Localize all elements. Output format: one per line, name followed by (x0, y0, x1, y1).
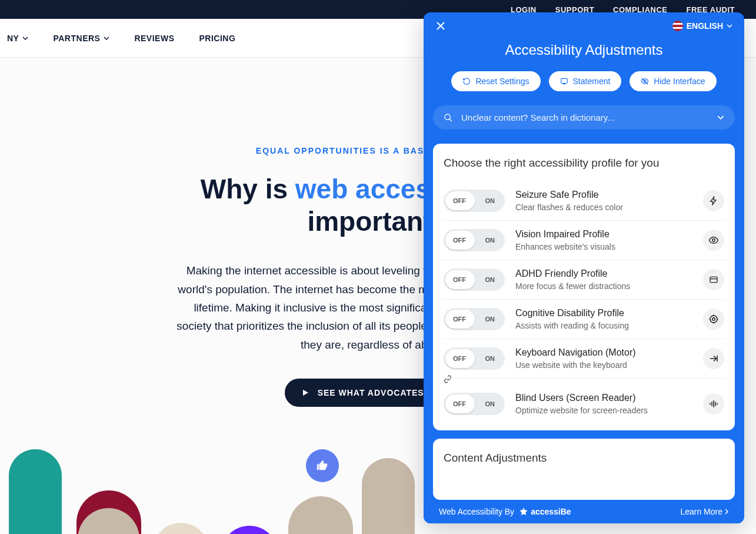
hide-interface-button[interactable]: Hide Interface (630, 71, 716, 91)
advocate-photo (288, 496, 353, 534)
search-icon (444, 113, 453, 122)
nav-item-reviews[interactable]: REVIEWS (134, 34, 174, 43)
language-selector[interactable]: ENGLISH (672, 21, 732, 31)
thumbs-up-icon (306, 449, 339, 482)
profile-keyboard: OFFON Keyboard Navigation (Motor) Use we… (442, 339, 725, 379)
nav-item-label: NY (7, 34, 19, 43)
bolt-icon (703, 190, 724, 211)
profile-desc: More focus & fewer distractions (515, 281, 692, 291)
chevron-down-icon (22, 37, 28, 40)
audio-icon (703, 393, 724, 414)
profile-desc: Optimize website for screen-readers (515, 406, 692, 415)
profile-vision-impaired: OFFON Vision Impaired Profile Enhances w… (442, 221, 725, 260)
profiles-card: Choose the right accessibility profile f… (433, 144, 735, 430)
profile-desc: Clear flashes & reduces color (515, 203, 692, 212)
widget-title: Accessibility Adjustments (424, 34, 744, 71)
profile-toggle[interactable]: OFFON (444, 268, 505, 291)
profile-title: Keyboard Navigation (Motor) (515, 347, 692, 358)
target-icon (703, 309, 724, 330)
advocate-photo (362, 458, 415, 534)
profile-title: Blind Users (Screen Reader) (515, 393, 692, 403)
statement-icon (560, 77, 568, 85)
dictionary-search-input[interactable] (461, 112, 709, 122)
widget-footer: Web Accessibility By accessiBe Learn Mor… (424, 500, 744, 523)
profile-toggle[interactable]: OFFON (444, 229, 505, 251)
profile-title: ADHD Friendly Profile (515, 268, 692, 279)
profile-toggle[interactable]: OFFON (444, 347, 505, 370)
reset-settings-button[interactable]: Reset Settings (451, 71, 540, 91)
nav-item-label: REVIEWS (134, 34, 174, 43)
profile-desc: Use website with the keyboard (515, 360, 692, 370)
shape-purple (221, 526, 278, 534)
shape-teal (9, 449, 62, 534)
svg-point-6 (712, 318, 715, 321)
nav-item-label: PARTNERS (53, 34, 100, 43)
chevron-down-icon (104, 37, 109, 40)
statement-button[interactable]: Statement (549, 71, 622, 91)
svg-point-5 (710, 316, 717, 323)
accessibility-widget: ENGLISH Accessibility Adjustments Reset … (424, 12, 744, 523)
profile-toggle[interactable]: OFFON (444, 190, 505, 212)
svg-point-3 (712, 239, 715, 242)
play-icon (301, 389, 309, 397)
dictionary-search[interactable] (433, 105, 735, 130)
profile-toggle[interactable]: OFFON (444, 308, 505, 330)
profiles-heading: Choose the right accessibility profile f… (442, 157, 725, 170)
reset-icon (462, 77, 471, 85)
widget-actions: Reset Settings Statement Hide Interface (424, 71, 744, 105)
advocate-photo (153, 523, 209, 534)
close-button[interactable] (435, 21, 446, 31)
arrow-tab-icon (703, 348, 724, 369)
hide-icon (641, 77, 649, 85)
profile-toggle[interactable]: OFFON (444, 393, 505, 415)
nav-item-partners[interactable]: PARTNERS (53, 34, 109, 43)
profile-adhd: OFFON ADHD Friendly Profile More focus &… (442, 260, 725, 300)
flag-us-icon (672, 21, 683, 31)
window-icon (703, 269, 724, 290)
eye-icon (703, 230, 724, 251)
accessibe-logo: accessiBe (519, 507, 571, 516)
profile-cognitive: OFFON Cognitive Disability Profile Assis… (442, 300, 725, 339)
language-label: ENGLISH (687, 21, 723, 31)
profile-blind: OFFON Blind Users (Screen Reader) Optimi… (442, 384, 725, 423)
nav-item-pricing[interactable]: PRICING (199, 34, 236, 43)
svg-rect-4 (710, 277, 717, 282)
profile-title: Cognitive Disability Profile (515, 308, 692, 319)
widget-header: ENGLISH (424, 12, 744, 34)
svg-point-2 (445, 114, 450, 120)
profile-seizure-safe: OFFON Seizure Safe Profile Clear flashes… (442, 181, 725, 221)
nav-item-company[interactable]: NY (7, 34, 28, 43)
content-adjustments-heading: Content Adjustments (442, 452, 725, 465)
learn-more-link[interactable]: Learn More (680, 507, 729, 516)
profile-title: Seizure Safe Profile (515, 190, 692, 200)
profile-desc: Assists with reading & focusing (515, 321, 692, 330)
profile-title: Vision Impaired Profile (515, 229, 692, 240)
footer-by-label: Web Accessibility By (439, 507, 514, 516)
profile-desc: Enhances website's visuals (515, 242, 692, 251)
svg-rect-0 (561, 78, 567, 83)
chevron-down-icon (717, 115, 724, 120)
nav-item-label: PRICING (199, 34, 236, 43)
chevron-down-icon (727, 24, 732, 28)
content-adjustments-card: Content Adjustments (433, 439, 735, 500)
